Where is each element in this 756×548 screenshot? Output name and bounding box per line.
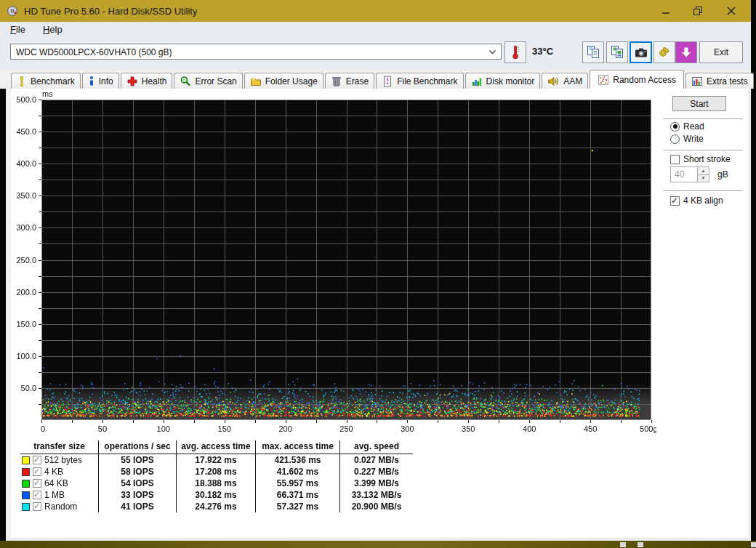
random-access-chart bbox=[11, 89, 656, 441]
tab-random-access[interactable]: Random Access bbox=[590, 70, 684, 89]
taskbar-item bbox=[751, 542, 756, 547]
chrome-area: File Help WDC WD5000LPCX-60VHAT0 (500 gB… bbox=[0, 22, 751, 71]
close-icon bbox=[727, 7, 736, 15]
row-checkbox[interactable] bbox=[33, 502, 41, 511]
read-radio[interactable] bbox=[670, 122, 680, 132]
options-button[interactable] bbox=[654, 41, 675, 63]
transfer-size-label: 512 bytes bbox=[44, 455, 82, 465]
temperature-button[interactable] bbox=[504, 41, 526, 63]
tab-extra-tests[interactable]: Extra tests bbox=[685, 73, 754, 89]
row-checkbox[interactable] bbox=[33, 479, 41, 488]
kb-align-label: 4 KB align bbox=[683, 196, 723, 206]
tab-folder-usage[interactable]: Folder Usage bbox=[244, 73, 323, 89]
tab-label: Info bbox=[99, 76, 113, 86]
menu-help[interactable]: Help bbox=[43, 24, 63, 35]
close-button[interactable] bbox=[715, 0, 747, 22]
erase-icon bbox=[331, 76, 342, 87]
start-button[interactable]: Start bbox=[672, 96, 726, 111]
separator bbox=[663, 150, 743, 150]
health-icon bbox=[126, 76, 138, 87]
tab-aam[interactable]: AAM bbox=[542, 73, 588, 89]
random-access-icon bbox=[598, 74, 609, 86]
kb-align-row[interactable]: 4 KB align bbox=[670, 196, 723, 206]
tab-error-scan[interactable]: Error Scan bbox=[174, 73, 242, 89]
restore-icon bbox=[693, 7, 703, 15]
short-stroke-label: Short stroke bbox=[683, 154, 731, 164]
exit-button[interactable]: Exit bbox=[699, 41, 743, 63]
write-label: Write bbox=[683, 134, 704, 144]
separator bbox=[663, 190, 743, 191]
short-stroke-checkbox[interactable] bbox=[670, 155, 680, 164]
row-checkbox[interactable] bbox=[33, 491, 41, 499]
tab-label: Benchmark bbox=[31, 76, 75, 86]
table-cell: 0.227 MB/s bbox=[340, 466, 413, 478]
row-color-swatch bbox=[22, 456, 30, 464]
drive-selector-value: WDC WD5000LPCX-60VHAT0 (500 gB) bbox=[16, 47, 172, 57]
tab-health[interactable]: Health bbox=[121, 73, 173, 89]
tab-disk-monitor[interactable]: Disk monitor bbox=[465, 73, 541, 89]
tab-file-benchmark[interactable]: File Benchmark bbox=[376, 73, 463, 89]
tab-label: File Benchmark bbox=[397, 76, 457, 86]
tab-bar: Benchmark Info Health Error Scan Folder … bbox=[0, 70, 751, 89]
temperature-value: 33°C bbox=[532, 46, 553, 57]
row-color-swatch bbox=[22, 503, 30, 511]
desktop: HD Tune Pro 5.60 - Hard Disk/SSD Utility… bbox=[0, 0, 756, 548]
short-stroke-spinner[interactable]: 40 ▲ ▼ bbox=[670, 166, 709, 182]
copy-image-icon bbox=[610, 45, 624, 60]
write-radio[interactable] bbox=[670, 134, 680, 144]
table-cell: 41 IOPS bbox=[99, 501, 177, 512]
copy-image-button[interactable] bbox=[606, 41, 628, 63]
tab-label: Erase bbox=[346, 76, 369, 86]
options-icon bbox=[657, 45, 672, 60]
table-row-label: 4 KB bbox=[20, 466, 99, 478]
table-row-label: 64 KB bbox=[20, 478, 99, 489]
row-color-swatch bbox=[22, 480, 30, 488]
table-cell: 18.388 ms bbox=[177, 478, 256, 489]
save-results-button[interactable] bbox=[675, 41, 697, 63]
tab-label: Error Scan bbox=[195, 76, 236, 86]
taskbar-item bbox=[638, 542, 643, 547]
table-cell: 54 IOPS bbox=[99, 478, 177, 489]
table-cell: 24.276 ms bbox=[177, 501, 256, 512]
read-option-row[interactable]: Read bbox=[670, 121, 704, 132]
tab-info[interactable]: Info bbox=[82, 73, 119, 89]
chevron-down-icon bbox=[489, 50, 496, 55]
table-cell: 17.922 ms bbox=[177, 454, 256, 466]
column-header: avg. speed bbox=[340, 440, 413, 454]
row-checkbox[interactable] bbox=[33, 456, 41, 464]
aam-icon bbox=[547, 76, 560, 87]
taskbar-item bbox=[620, 542, 626, 547]
row-checkbox[interactable] bbox=[33, 467, 41, 476]
menu-file[interactable]: File bbox=[10, 24, 25, 35]
app-disk-icon bbox=[7, 5, 18, 17]
error-scan-icon bbox=[180, 76, 191, 87]
tab-label: AAM bbox=[563, 76, 582, 86]
tab-erase[interactable]: Erase bbox=[325, 73, 374, 89]
restore-button[interactable] bbox=[682, 0, 715, 22]
extra-tests-icon bbox=[691, 76, 703, 87]
transfer-size-label: 1 MB bbox=[44, 490, 65, 500]
short-stroke-row[interactable]: Short stroke bbox=[670, 154, 731, 164]
disk-monitor-icon bbox=[471, 76, 483, 87]
transfer-size-label: Random bbox=[44, 501, 77, 512]
minimize-button[interactable] bbox=[649, 0, 682, 22]
row-color-swatch bbox=[22, 468, 30, 476]
benchmark-icon bbox=[17, 76, 27, 87]
drive-selector[interactable]: WDC WD5000LPCX-60VHAT0 (500 gB) bbox=[10, 44, 502, 60]
kb-align-checkbox[interactable] bbox=[670, 196, 680, 206]
copy-text-button[interactable] bbox=[582, 41, 604, 63]
write-option-row[interactable]: Write bbox=[670, 134, 704, 144]
table-cell: 30.182 ms bbox=[177, 489, 256, 501]
window-title: HD Tune Pro 5.60 - Hard Disk/SSD Utility bbox=[24, 6, 197, 17]
desktop-edge-left bbox=[0, 89, 6, 541]
spin-up-icon[interactable]: ▲ bbox=[698, 167, 709, 175]
transfer-size-label: 64 KB bbox=[44, 478, 68, 488]
camera-icon bbox=[634, 46, 648, 59]
spin-down-icon[interactable]: ▼ bbox=[698, 175, 709, 182]
row-color-swatch bbox=[22, 491, 30, 499]
tab-benchmark[interactable]: Benchmark bbox=[11, 73, 81, 89]
table-cell: 33 IOPS bbox=[99, 489, 177, 501]
tab-label: Folder Usage bbox=[265, 76, 318, 86]
screenshot-camera-button[interactable] bbox=[630, 41, 652, 63]
table-cell: 20.900 MB/s bbox=[340, 501, 413, 512]
